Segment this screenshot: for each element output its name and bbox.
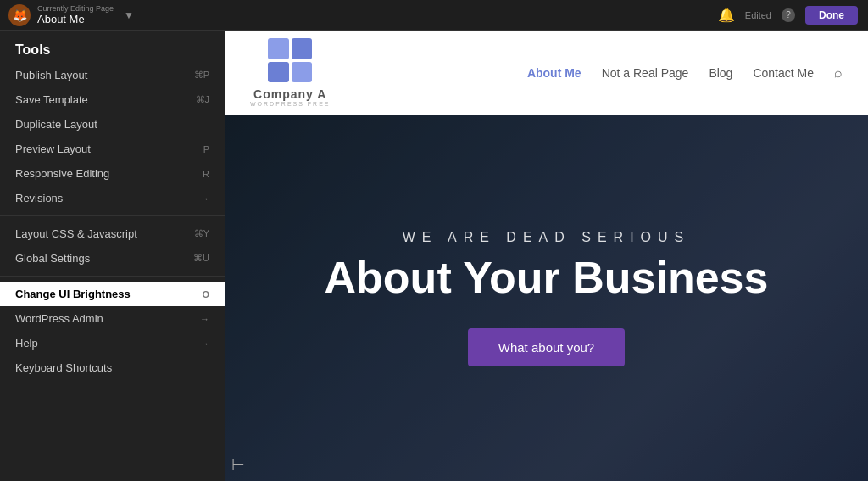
logo-grid	[268, 38, 312, 82]
menu-item-responsive-editing[interactable]: Responsive Editing R	[0, 161, 225, 186]
hero-section: We Are Dead Serious About Your Business …	[225, 115, 868, 481]
page-info: Currently Editing Page About Me	[37, 4, 114, 25]
top-bar: 🦊 Currently Editing Page About Me ▼ 🔔 Ed…	[0, 0, 868, 31]
logo-cell-2	[292, 38, 313, 59]
menu-item-label: Preview Layout	[15, 143, 91, 155]
menu-item-label: Publish Layout	[15, 69, 87, 81]
search-icon[interactable]: ⌕	[834, 65, 843, 81]
menu-item-publish-layout[interactable]: Publish Layout ⌘P	[0, 63, 225, 87]
preview-area: Company A WORDPRESS FREE About Me Not a …	[225, 31, 868, 481]
top-bar-right: 🔔 Edited ? Done	[718, 6, 868, 25]
arrow-help-icon: →	[200, 338, 209, 349]
site-nav: About Me Not a Real Page Blog Contact Me…	[527, 65, 843, 81]
shortcut-preview: P	[203, 144, 209, 154]
help-question-icon[interactable]: ?	[782, 8, 795, 22]
menu-item-save-template[interactable]: Save Template ⌘J	[0, 87, 225, 112]
main-content: Company A WORDPRESS FREE About Me Not a …	[225, 31, 868, 481]
menu-item-preview-layout[interactable]: Preview Layout P	[0, 137, 225, 161]
menu-item-global-settings[interactable]: Global Settings ⌘U	[0, 246, 225, 271]
company-sub: WORDPRESS FREE	[250, 101, 331, 107]
shortcut-publish: ⌘P	[194, 70, 209, 81]
menu-item-label: Keyboard Shortcuts	[15, 361, 112, 374]
menu-divider-1	[0, 215, 225, 216]
shortcut-css: ⌘Y	[194, 228, 209, 239]
nav-link-contact[interactable]: Contact Me	[753, 66, 814, 80]
shortcut-responsive: R	[203, 169, 209, 179]
logo-cell-4	[292, 62, 313, 83]
menu-item-label: Change UI Brightness	[15, 288, 131, 300]
current-page-name: About Me	[37, 13, 114, 25]
hero-cta-button[interactable]: What about you?	[468, 328, 625, 366]
logo-area: Company A WORDPRESS FREE	[250, 38, 331, 107]
shortcut-save-template: ⌘J	[196, 94, 210, 105]
currently-editing-label: Currently Editing Page	[37, 4, 114, 13]
arrow-wp-admin-icon: →	[200, 314, 209, 324]
hero-title: About Your Business	[325, 254, 769, 302]
menu-item-label: Save Template	[15, 93, 88, 106]
menu-item-label: Duplicate Layout	[15, 118, 97, 131]
top-bar-left: 🦊 Currently Editing Page About Me ▼	[0, 4, 134, 26]
shortcut-brightness: O	[202, 289, 209, 299]
menu-item-label: Global Settings	[15, 252, 90, 265]
notification-bell-icon[interactable]: 🔔	[718, 7, 735, 23]
avatar[interactable]: 🦊	[8, 4, 31, 26]
menu-item-change-brightness[interactable]: Change UI Brightness O	[0, 282, 225, 306]
menu-item-keyboard-shortcuts[interactable]: Keyboard Shortcuts	[0, 355, 225, 380]
nav-link-about-me[interactable]: About Me	[527, 66, 581, 80]
menu-item-help[interactable]: Help →	[0, 331, 225, 355]
menu-item-duplicate-layout[interactable]: Duplicate Layout	[0, 112, 225, 137]
page-selector-chevron[interactable]: ▼	[124, 9, 134, 21]
hero-subtitle: We Are Dead Serious	[325, 230, 769, 245]
menu-item-revisions[interactable]: Revisions →	[0, 186, 225, 210]
menu-item-label: Layout CSS & Javascript	[15, 227, 137, 240]
site-header: Company A WORDPRESS FREE About Me Not a …	[225, 31, 868, 115]
menu-item-wordpress-admin[interactable]: WordPress Admin →	[0, 306, 225, 331]
logo-cell-3	[268, 62, 289, 83]
menu-item-label: Responsive Editing	[15, 167, 109, 180]
logo-cell-1	[268, 38, 289, 59]
tools-header: Tools	[0, 31, 225, 63]
done-button[interactable]: Done	[805, 6, 858, 25]
nav-link-blog[interactable]: Blog	[709, 66, 732, 80]
menu-item-layout-css[interactable]: Layout CSS & Javascript ⌘Y	[0, 221, 225, 246]
menu-item-label: Help	[15, 337, 38, 350]
edited-status: Edited	[745, 10, 771, 20]
sidebar: Tools Publish Layout ⌘P Save Template ⌘J…	[0, 31, 225, 481]
shortcut-global: ⌘U	[193, 253, 209, 264]
arrow-revisions-icon: →	[200, 193, 209, 204]
collapse-sidebar-handle[interactable]: ⊢	[231, 456, 245, 474]
menu-item-label: Revisions	[15, 192, 63, 204]
menu-item-label: WordPress Admin	[15, 312, 103, 325]
menu-divider-2	[0, 276, 225, 277]
hero-content: We Are Dead Serious About Your Business …	[325, 230, 769, 366]
company-name: Company A	[253, 87, 326, 101]
nav-link-not-real[interactable]: Not a Real Page	[602, 66, 689, 80]
